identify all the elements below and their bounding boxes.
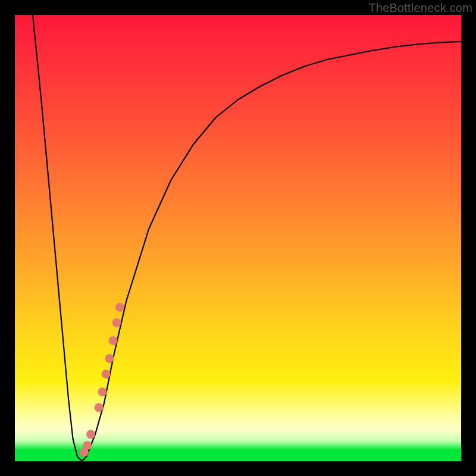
highlight-dot [102,369,111,378]
curve-layer [15,15,461,461]
bottleneck-curve [33,15,461,461]
highlight-dot [115,303,124,312]
highlight-dot [109,336,118,345]
highlight-dot [105,354,114,363]
plot-area [15,15,461,461]
highlight-dot [95,403,104,412]
chart-frame: TheBottleneck.com [0,0,476,476]
highlight-dot [98,387,107,396]
highlight-dot [112,318,121,327]
highlight-dot [83,441,92,450]
watermark-text: TheBottleneck.com [368,1,472,15]
highlight-dot [86,430,95,439]
